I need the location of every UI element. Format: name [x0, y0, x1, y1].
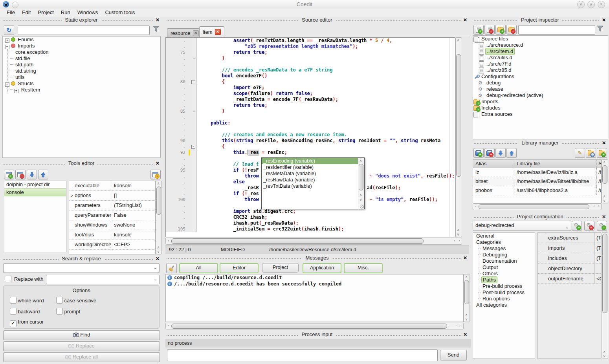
- library-row[interactable]: phobos/usr/lib64/libphobos2.a/us: [473, 186, 601, 195]
- add-configuration-button[interactable]: ⚙+: [572, 221, 582, 231]
- tree-item-utils[interactable]: utils: [8, 74, 160, 80]
- scroll-up-icon[interactable]: ∧: [156, 245, 161, 249]
- scroll-up-icon[interactable]: ∧: [602, 194, 607, 198]
- tab-close-icon[interactable]: ✕: [215, 29, 221, 35]
- code-line[interactable]: . _resTxtData = encode_7F(_resRawData);: [166, 97, 455, 102]
- column-header[interactable]: S: [597, 160, 601, 168]
- editor-hscrollbar[interactable]: ‹ ‹ ›: [165, 238, 462, 245]
- menu-project[interactable]: Project: [34, 9, 57, 16]
- code-line[interactable]: . bool encodee7F(): [166, 73, 455, 79]
- library-from-project-button[interactable]: ⚙: [586, 148, 596, 158]
- category-debugging[interactable]: Debugging: [478, 252, 535, 258]
- property-value[interactable]: <CFP>: [111, 240, 155, 249]
- config-property-row[interactable]: outputFilename<CFP>: [538, 274, 601, 284]
- process-input-close-icon[interactable]: ✕: [462, 332, 468, 337]
- code-line[interactable]: . }: [166, 55, 455, 61]
- unchecked-checkbox-icon[interactable]: [56, 297, 63, 304]
- project-node--src-resource-d[interactable]: ../src/resource.d: [478, 42, 608, 48]
- menu-file[interactable]: File: [3, 9, 18, 16]
- checkbox-backward[interactable]: backward: [10, 308, 40, 315]
- checked-checkbox-icon[interactable]: ✓: [10, 320, 17, 327]
- code-line[interactable]: .: [166, 126, 455, 132]
- column-header[interactable]: Library file: [515, 160, 597, 168]
- remove-folder-button[interactable]: −: [506, 25, 517, 35]
- scroll-left-icon[interactable]: ‹: [473, 204, 478, 208]
- expand-icon[interactable]: +: [5, 38, 9, 43]
- code-line[interactable]: 90 this(string resFile, ResEncoding resE…: [166, 138, 455, 144]
- category-post-build-process[interactable]: Post-build process: [478, 289, 535, 296]
- property-row[interactable]: >options[]: [69, 191, 155, 201]
- scroll-down-icon[interactable]: ∨: [602, 199, 607, 203]
- code-line[interactable]: . /// encodes _resRawData to a e7F strin…: [166, 67, 455, 73]
- message-row[interactable]: i/.../build/resource.d.coedit has been s…: [166, 281, 463, 287]
- code-line[interactable]: . return true;: [166, 102, 455, 108]
- filter-project[interactable]: Project: [262, 263, 299, 273]
- scroll-left-icon[interactable]: ‹: [452, 239, 457, 243]
- code-line[interactable]: . assert(_resTxtData.length == _resRawDa…: [166, 38, 455, 44]
- scroll-up-icon[interactable]: ∧: [602, 350, 607, 354]
- checkbox-case-sensitive[interactable]: case sensitive: [56, 297, 96, 304]
- library-vscrollbar[interactable]: ∧ ∧ ∨: [602, 159, 608, 203]
- code-editor[interactable]: . assert(_resTxtData.length == _resRawDa…: [165, 37, 455, 237]
- replace-with-combobox[interactable]: ⌄: [46, 275, 160, 284]
- property-row[interactable]: parameters(TStringList): [69, 201, 155, 210]
- checkbox-whole-word[interactable]: whole word: [10, 297, 44, 304]
- config-property-row[interactable]: imports(TStringList): [538, 243, 601, 253]
- property-row[interactable]: queryParametersFalse: [69, 210, 155, 220]
- completion-item[interactable]: _resEncoding (variable): [262, 158, 358, 164]
- property-value[interactable]: swoNone: [111, 220, 155, 230]
- static-explorer-close-icon[interactable]: ✕: [155, 17, 160, 23]
- close-icon[interactable]: ×: [598, 1, 605, 8]
- messages-vscrollbar[interactable]: ∧ ∧ ∨: [464, 274, 470, 322]
- code-line[interactable]: . scope(failure) return false;: [166, 91, 455, 97]
- scroll-right-icon[interactable]: ›: [457, 239, 462, 243]
- completion-scrollbar[interactable]: ∧ ∧ ∨: [358, 158, 364, 209]
- project-node--src-utils-d[interactable]: ../src/utils.d: [478, 55, 608, 61]
- filter-clear-icon[interactable]: ✕: [596, 25, 604, 33]
- tab-close-icon[interactable]: ✕: [193, 30, 199, 36]
- add-folder-button[interactable]: +: [495, 25, 506, 35]
- messages-close-icon[interactable]: ✕: [462, 255, 468, 261]
- remove-file-button[interactable]: −: [484, 25, 495, 35]
- code-line[interactable]: . /// creates and encodes a new resource…: [166, 132, 455, 138]
- send-button[interactable]: Send: [440, 350, 467, 360]
- code-line[interactable]: . import std.digest.crc;: [166, 209, 455, 214]
- editor-vscrollbar[interactable]: ∧ ∧ ∨: [455, 37, 462, 237]
- source-editor-close-icon[interactable]: ✕: [462, 17, 468, 23]
- library-row[interactable]: iz/home/basile/Dev/Iz/lib/iz.a/ho: [473, 168, 601, 177]
- project-node-release[interactable]: ⚙release: [478, 86, 608, 92]
- filter-editor[interactable]: Editor: [220, 263, 259, 273]
- clear-messages-button[interactable]: [166, 263, 177, 273]
- config-property-row[interactable]: extraSources(TStringList): [538, 233, 601, 243]
- property-row[interactable]: executablekonsole: [69, 181, 155, 191]
- config-property-value[interactable]: [595, 263, 601, 273]
- project-node-debug-redirected-active-[interactable]: ⚙debug-redirected (active): [478, 92, 608, 99]
- category-output[interactable]: Output: [478, 264, 535, 271]
- config-property-value[interactable]: (TStringList): [595, 233, 601, 243]
- property-value[interactable]: konsole: [111, 230, 155, 240]
- scroll-left-icon[interactable]: ‹: [454, 324, 459, 327]
- run-tool-button[interactable]: ϟ: [150, 170, 161, 179]
- scroll-right-icon[interactable]: ›: [459, 324, 463, 327]
- scroll-down-icon[interactable]: ∨: [456, 232, 460, 236]
- scroll-down-icon[interactable]: ∨: [358, 198, 363, 201]
- code-line[interactable]: 92 this._res = resEnc;: [166, 150, 455, 155]
- scroll-up-icon[interactable]: ∧: [156, 181, 161, 185]
- tool-item-konsole[interactable]: konsole: [4, 188, 66, 196]
- replace-button[interactable]: Replace: [3, 341, 160, 351]
- add-tool-button[interactable]: +: [4, 170, 14, 179]
- completion-item[interactable]: _resMetaData (variable): [262, 170, 358, 177]
- move-tool-up-button[interactable]: [38, 170, 48, 179]
- filter-clear-icon[interactable]: ✕: [152, 26, 160, 34]
- menu-run[interactable]: Run: [57, 9, 74, 16]
- scroll-right-icon[interactable]: ›: [596, 204, 601, 208]
- tree-item-enums[interactable]: + Enums: [3, 37, 160, 43]
- project-node--src-z85-d[interactable]: ../src/z85.d: [478, 67, 608, 73]
- project-configuration-close-icon[interactable]: ✕: [601, 214, 607, 219]
- library-manager-close-icon[interactable]: ✕: [601, 140, 607, 146]
- remove-configuration-button[interactable]: ⚙−: [584, 221, 594, 231]
- unchecked-checkbox-icon[interactable]: [10, 308, 17, 315]
- scroll-up-icon[interactable]: ∧: [456, 38, 460, 42]
- scroll-left-icon[interactable]: ‹: [166, 239, 171, 243]
- scroll-up-icon[interactable]: ∧: [602, 160, 607, 164]
